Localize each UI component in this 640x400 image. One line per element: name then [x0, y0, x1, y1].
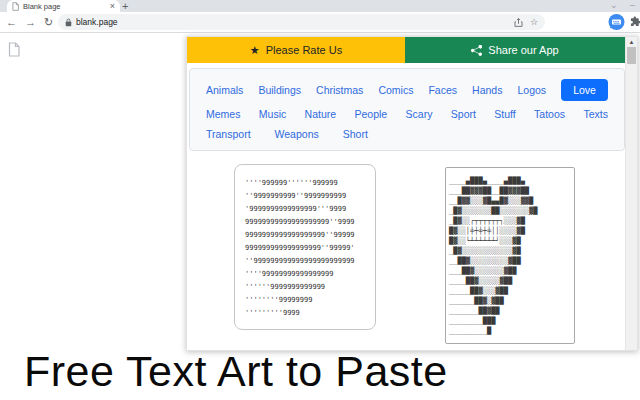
category-love-active[interactable]: Love	[561, 79, 608, 101]
category-faces[interactable]: Faces	[428, 84, 457, 96]
blankpage-document-icon[interactable]	[8, 42, 20, 57]
text-art-item-2[interactable]: ____▄███▄____▄███▄ ___██▓▓▓██__██▓▓▓██ _…	[445, 167, 575, 344]
category-stuff[interactable]: Stuff	[494, 108, 515, 120]
browser-tab[interactable]: Blank page ×	[7, 0, 120, 12]
category-comics[interactable]: Comics	[378, 84, 413, 96]
tab-close-icon[interactable]: ×	[110, 2, 115, 11]
reload-icon[interactable]: ↻	[44, 15, 53, 29]
category-animals[interactable]: Animals	[206, 84, 243, 96]
category-row-2: Memes Music Nature People Scary Sport St…	[206, 108, 608, 120]
window-chevron-icon[interactable]: ⌄	[610, 0, 618, 10]
popup-scrollbar[interactable]: ▲	[625, 37, 637, 350]
category-music[interactable]: Music	[259, 108, 286, 120]
share-icon	[471, 45, 482, 56]
ascii-heart-blocks: ____▄███▄____▄███▄ ___██▓▓▓██__██▓▓▓██ _…	[449, 176, 572, 336]
category-buildings[interactable]: Buildings	[258, 84, 301, 96]
category-panel: Animals Buildings Christmas Comics Faces…	[189, 68, 625, 151]
category-nature[interactable]: Nature	[305, 108, 337, 120]
category-memes[interactable]: Memes	[206, 108, 240, 120]
category-short[interactable]: Short	[343, 128, 368, 140]
page-favicon-icon	[12, 2, 19, 11]
new-tab-button[interactable]: +	[122, 0, 128, 12]
category-people[interactable]: People	[355, 108, 388, 120]
category-scary[interactable]: Scary	[406, 108, 433, 120]
share-app-label: Share our App	[488, 44, 558, 56]
text-art-item-1[interactable]: ''''999999''''''999999 ''9999999999''999…	[234, 164, 376, 330]
scrollbar-thumb[interactable]	[627, 47, 636, 64]
share-page-icon[interactable]	[514, 18, 523, 27]
window-minimize-icon[interactable]: –	[630, 0, 635, 10]
category-tatoos[interactable]: Tatoos	[534, 108, 565, 120]
tab-title: Blank page	[23, 2, 106, 11]
category-sport[interactable]: Sport	[451, 108, 476, 120]
category-row-1: Animals Buildings Christmas Comics Faces…	[206, 79, 608, 101]
url-text[interactable]: blank.page	[76, 17, 514, 27]
ascii-heart-nines: ''''999999''''''999999 ''9999999999''999…	[245, 177, 367, 320]
text-art-extension-icon[interactable]	[607, 13, 626, 32]
category-texts[interactable]: Texts	[583, 108, 608, 120]
scrollbar-up-icon[interactable]: ▲	[626, 37, 637, 45]
category-christmas[interactable]: Christmas	[316, 84, 363, 96]
address-bar[interactable]: blank.page ☆	[58, 14, 545, 30]
extensions-puzzle-icon[interactable]	[630, 16, 640, 27]
extension-popup: ★ Please Rate Us Share our App Animals B…	[186, 36, 638, 351]
lock-icon	[65, 18, 72, 27]
category-row-3: Transport Weapons Short	[206, 128, 608, 140]
tab-strip: Blank page × + ⌄ –	[0, 0, 640, 12]
star-icon: ★	[250, 45, 260, 56]
rate-us-label: Please Rate Us	[266, 44, 342, 56]
bookmark-star-icon[interactable]: ☆	[530, 18, 538, 27]
popup-banner: ★ Please Rate Us Share our App	[187, 37, 625, 63]
forward-icon[interactable]: →	[25, 15, 36, 29]
browser-toolbar: ← → ↻ blank.page ☆	[0, 12, 640, 33]
category-logos[interactable]: Logos	[518, 84, 547, 96]
rate-us-button[interactable]: ★ Please Rate Us	[187, 37, 405, 63]
category-hands[interactable]: Hands	[472, 84, 502, 96]
page-heading: Free Text Art to Paste	[24, 350, 448, 393]
category-weapons[interactable]: Weapons	[275, 128, 319, 140]
share-app-button[interactable]: Share our App	[405, 37, 625, 63]
back-icon[interactable]: ←	[6, 15, 17, 29]
category-transport[interactable]: Transport	[206, 128, 251, 140]
